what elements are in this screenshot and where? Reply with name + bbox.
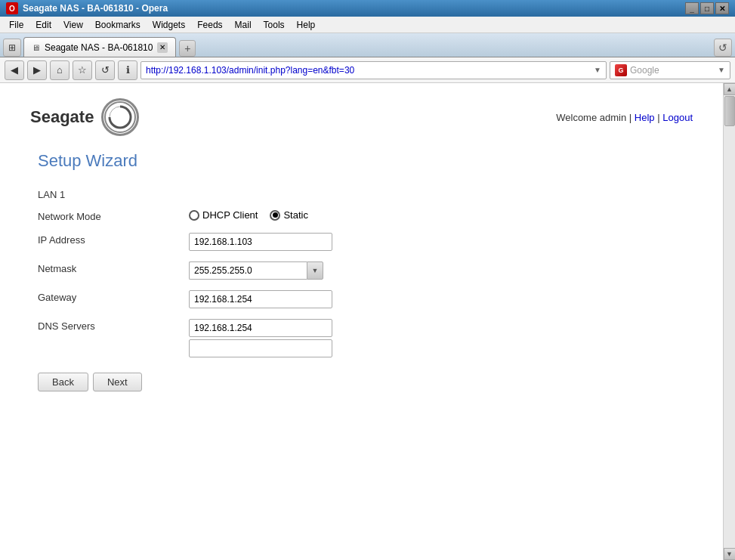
- netmask-dropdown-button[interactable]: ▼: [307, 261, 323, 280]
- scroll-up-button[interactable]: ▲: [724, 83, 736, 95]
- menu-tools[interactable]: Tools: [258, 18, 291, 32]
- gateway-label: Gateway: [38, 290, 189, 303]
- help-link[interactable]: Help: [635, 112, 655, 123]
- logo-brand-text: Seagate: [30, 107, 94, 127]
- search-input[interactable]: Google: [630, 65, 715, 76]
- section-label: LAN 1: [38, 189, 693, 200]
- menu-help[interactable]: Help: [291, 18, 322, 32]
- network-mode-label: Network Mode: [38, 209, 189, 222]
- static-radio-circle[interactable]: [270, 210, 280, 221]
- page-header: Seagate Welcome admin | Help | Logout: [30, 98, 693, 136]
- welcome-text: Welcome admin: [556, 112, 626, 123]
- network-mode-row: Network Mode DHCP Client Static: [38, 209, 693, 222]
- menu-edit[interactable]: Edit: [29, 18, 57, 32]
- netmask-input[interactable]: [189, 261, 307, 280]
- menu-bar: File Edit View Bookmarks Widgets Feeds M…: [0, 17, 735, 33]
- separator1: |: [629, 112, 632, 123]
- page-inner: Seagate Welcome admin | Help | Logout: [0, 83, 723, 407]
- google-search-icon: G: [615, 64, 627, 76]
- nav-back-button[interactable]: ◀: [5, 60, 24, 80]
- nav-bookmark-button[interactable]: ☆: [73, 60, 92, 80]
- back-button[interactable]: Back: [38, 373, 88, 391]
- search-dropdown-icon[interactable]: ▼: [718, 66, 725, 74]
- minimize-button[interactable]: _: [685, 2, 699, 14]
- url-dropdown-icon[interactable]: ▼: [594, 66, 601, 74]
- speed-dial-button[interactable]: ⊞: [3, 39, 21, 57]
- window-title: Seagate NAS - BA-061810 - Opera: [23, 3, 685, 14]
- browser-body: Seagate Welcome admin | Help | Logout: [0, 83, 735, 560]
- page-title: Setup Wizard: [38, 151, 693, 171]
- tab-bar: ⊞ 🖥 Seagate NAS - BA-061810 ✕ + ↺: [0, 33, 735, 57]
- dhcp-radio-circle[interactable]: [189, 210, 199, 221]
- dns-servers-row: DNS Servers: [38, 319, 693, 357]
- tab-close-button[interactable]: ✕: [157, 42, 168, 53]
- menu-view[interactable]: View: [57, 18, 89, 32]
- page-content: Seagate Welcome admin | Help | Logout: [0, 83, 723, 560]
- ip-address-row: IP Address: [38, 233, 693, 251]
- seagate-logo: Seagate: [30, 98, 139, 136]
- nav-forward-button[interactable]: ▶: [27, 60, 47, 80]
- dhcp-client-label: DHCP Client: [202, 209, 258, 221]
- setup-wizard-form: LAN 1 Network Mode DHCP Client Static: [38, 189, 693, 391]
- menu-mail[interactable]: Mail: [229, 18, 258, 32]
- tab-reload-button[interactable]: ↺: [714, 39, 732, 57]
- network-mode-control: DHCP Client Static: [189, 209, 693, 221]
- netmask-control: ▼: [189, 261, 693, 280]
- scroll-down-button[interactable]: ▼: [724, 548, 736, 560]
- menu-widgets[interactable]: Widgets: [147, 18, 191, 32]
- title-bar: O Seagate NAS - BA-061810 - Opera _ □ ✕: [0, 0, 735, 17]
- url-bar[interactable]: http://192.168.1.103/admin/init.php?lang…: [141, 61, 607, 79]
- button-row: Back Next: [38, 373, 693, 391]
- opera-icon: O: [6, 2, 18, 14]
- menu-feeds[interactable]: Feeds: [191, 18, 228, 32]
- tab-title: Seagate NAS - BA-061810: [45, 42, 153, 53]
- nav-reload-button[interactable]: ↺: [95, 60, 115, 80]
- ip-address-label: IP Address: [38, 233, 189, 246]
- menu-bookmarks[interactable]: Bookmarks: [89, 18, 147, 32]
- search-bar[interactable]: G Google ▼: [610, 61, 730, 79]
- separator2: |: [657, 112, 659, 123]
- address-bar: ◀ ▶ ⌂ ☆ ↺ ℹ http://192.168.1.103/admin/i…: [0, 57, 735, 83]
- netmask-label: Netmask: [38, 261, 189, 274]
- scroll-thumb[interactable]: [724, 96, 735, 126]
- netmask-select-row: ▼: [189, 261, 693, 280]
- header-links: Welcome admin | Help | Logout: [556, 112, 693, 123]
- gateway-input[interactable]: [189, 290, 332, 308]
- menu-file[interactable]: File: [3, 18, 29, 32]
- ip-address-control: [189, 233, 693, 251]
- active-tab[interactable]: 🖥 Seagate NAS - BA-061810 ✕: [23, 37, 176, 57]
- dns-servers-label: DNS Servers: [38, 319, 189, 332]
- static-label: Static: [283, 209, 308, 221]
- tab-favicon: 🖥: [32, 43, 40, 52]
- nav-info-button[interactable]: ℹ: [118, 60, 137, 80]
- dhcp-client-option[interactable]: DHCP Client: [189, 209, 258, 221]
- next-button[interactable]: Next: [93, 373, 142, 391]
- new-tab-button[interactable]: +: [179, 40, 196, 57]
- vertical-scrollbar[interactable]: ▲ ▼: [723, 83, 735, 560]
- dns-server2-input[interactable]: [189, 339, 332, 357]
- gateway-row: Gateway: [38, 290, 693, 308]
- gateway-control: [189, 290, 693, 308]
- window-controls[interactable]: _ □ ✕: [685, 2, 729, 14]
- logo-circle-icon: [101, 98, 139, 136]
- close-button[interactable]: ✕: [715, 2, 729, 14]
- dns-servers-control: [189, 319, 693, 357]
- maximize-button[interactable]: □: [700, 2, 714, 14]
- dns-server1-input[interactable]: [189, 319, 332, 337]
- static-option[interactable]: Static: [270, 209, 308, 221]
- nav-home-button[interactable]: ⌂: [50, 60, 69, 80]
- scroll-track[interactable]: [724, 95, 736, 548]
- url-text: http://192.168.1.103/admin/init.php?lang…: [146, 65, 594, 76]
- netmask-row: Netmask ▼: [38, 261, 693, 280]
- logout-link[interactable]: Logout: [662, 112, 693, 123]
- ip-address-input[interactable]: [189, 233, 332, 251]
